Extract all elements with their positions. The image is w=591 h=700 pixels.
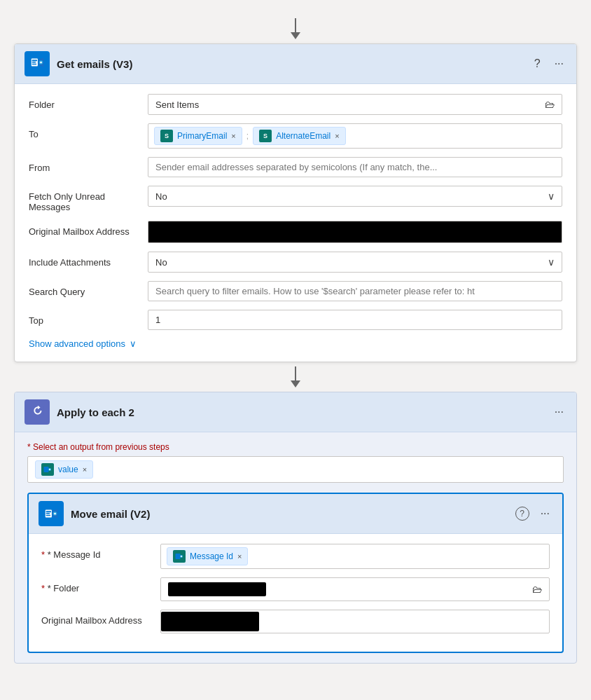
folder-control: Sent Items 🗁 [148,94,562,115]
tag-alternate-email: S AlternateEmail × [253,127,345,145]
original-mailbox-control [148,221,562,243]
tag-alternate-close[interactable]: × [335,132,339,140]
message-id-tag-icon [173,550,186,563]
to-row: To S PrimaryEmail × ; S AlternateEmail × [29,123,562,149]
outlook-icon [29,55,45,74]
tag-alternate-icon: S [259,130,272,142]
value-tag-icon [41,463,54,476]
get-emails-card-body: Folder Sent Items 🗁 To S PrimaryEmail [15,84,576,362]
top-control [148,310,562,330]
get-emails-card-title: Get emails (V3) [57,58,531,70]
get-emails-help-button[interactable]: ? [531,56,543,71]
message-id-tag-label: Message Id [190,551,233,561]
fetch-unread-label: Fetch Only Unread Messages [29,186,148,212]
flow-container: Get emails (V3) ? ··· Folder Sent Items … [14,14,577,664]
move-email-help-button[interactable]: ? [515,507,529,521]
apply-to-each-card: Apply to each 2 ··· * Select an output f… [14,392,577,664]
show-advanced-button[interactable]: Show advanced options ∨ [29,338,137,349]
folder-row: Folder Sent Items 🗁 [29,94,562,115]
tag-primary-close[interactable]: × [231,132,235,140]
get-emails-more-button[interactable]: ··· [552,56,566,71]
move-folder-row: * Folder 🗁 [41,577,550,601]
svg-rect-15 [46,515,50,516]
message-id-tag-input[interactable]: Message Id × [160,544,550,569]
apply-to-each-header: Apply to each 2 ··· [15,392,576,432]
svg-rect-4 [32,63,36,64]
get-emails-card: Get emails (V3) ? ··· Folder Sent Items … [14,43,577,362]
search-query-label: Search Query [29,281,148,297]
move-folder-picker-button[interactable]: 🗁 [532,584,542,595]
move-folder-redacted [168,582,266,596]
apply-to-each-more-button[interactable]: ··· [552,404,566,420]
show-advanced-chevron: ∨ [130,338,137,349]
to-tag-input[interactable]: S PrimaryEmail × ; S AlternateEmail × [148,123,562,149]
move-email-icon [39,501,64,526]
move-mailbox-row: Original Mailbox Address [41,610,550,633]
move-folder-label: * Folder [41,577,160,593]
to-control: S PrimaryEmail × ; S AlternateEmail × [148,123,562,149]
move-folder-input-wrapper[interactable]: 🗁 [160,577,550,601]
search-query-row: Search Query [29,281,562,301]
top-connector-arrow [291,18,300,39]
show-advanced-label: Show advanced options [29,338,125,349]
get-emails-card-header: Get emails (V3) ? ··· [15,44,576,84]
fetch-unread-select[interactable]: No ∨ [148,186,562,207]
apply-to-each-icon [25,399,50,425]
svg-rect-18 [176,554,181,559]
tag-primary-icon: S [160,130,173,142]
include-attachments-value: No [155,257,548,268]
move-mailbox-input[interactable] [160,610,550,633]
tag-primary-email: S PrimaryEmail × [154,127,242,145]
apply-to-each-title: Apply to each 2 [57,406,552,418]
message-id-control: Message Id × [160,544,550,569]
move-email-card: Move email (V2) ? ··· * Message Id [27,493,564,653]
value-tag: value × [35,460,93,479]
svg-point-6 [40,61,42,63]
svg-rect-8 [44,467,49,472]
select-output-label: * Select an output from previous steps [27,442,564,452]
svg-point-17 [54,513,56,515]
svg-rect-13 [46,511,51,512]
svg-rect-3 [32,62,36,62]
message-id-tag: Message Id × [167,547,248,565]
include-attachments-control: No ∨ [148,252,562,273]
from-input[interactable] [148,157,562,177]
fetch-unread-row: Fetch Only Unread Messages No ∨ [29,186,562,212]
folder-picker-button[interactable]: 🗁 [545,99,555,110]
middle-connector-arrow [291,366,300,387]
fetch-unread-chevron: ∨ [548,191,555,202]
message-id-tag-close[interactable]: × [237,552,242,561]
include-attachments-select[interactable]: No ∨ [148,252,562,273]
include-attachments-chevron: ∨ [548,256,555,268]
value-tag-close[interactable]: × [83,465,87,474]
svg-rect-2 [32,60,37,61]
move-email-body: * Message Id [29,534,562,652]
apply-to-each-actions: ··· [552,404,566,420]
to-label: To [29,123,148,139]
original-mailbox-input[interactable] [148,221,562,243]
fetch-unread-value: No [155,191,548,202]
include-attachments-row: Include Attachments No ∨ [29,252,562,273]
folder-label: Folder [29,94,148,110]
move-mailbox-redacted [161,612,259,631]
move-mailbox-control [160,610,550,633]
tag-primary-label: PrimaryEmail [177,131,227,141]
move-email-more-button[interactable]: ··· [538,506,552,521]
from-row: From [29,157,562,177]
original-mailbox-row: Original Mailbox Address [29,221,562,243]
message-id-row: * Message Id [41,544,550,569]
get-emails-card-actions: ? ··· [531,56,566,71]
top-input[interactable] [148,310,562,330]
tag-separator: ; [246,131,249,141]
value-tag-label: value [58,465,78,474]
loop-icon [29,403,45,422]
message-id-label: * Message Id [41,544,160,560]
original-mailbox-label: Original Mailbox Address [29,221,148,237]
folder-value: Sent Items [155,99,545,110]
move-email-actions: ? ··· [515,506,552,521]
folder-input-wrapper[interactable]: Sent Items 🗁 [148,94,562,115]
fetch-unread-control: No ∨ [148,186,562,207]
svg-point-10 [49,469,50,470]
value-tag-wrapper[interactable]: value × [27,456,564,483]
search-query-input[interactable] [148,281,562,301]
